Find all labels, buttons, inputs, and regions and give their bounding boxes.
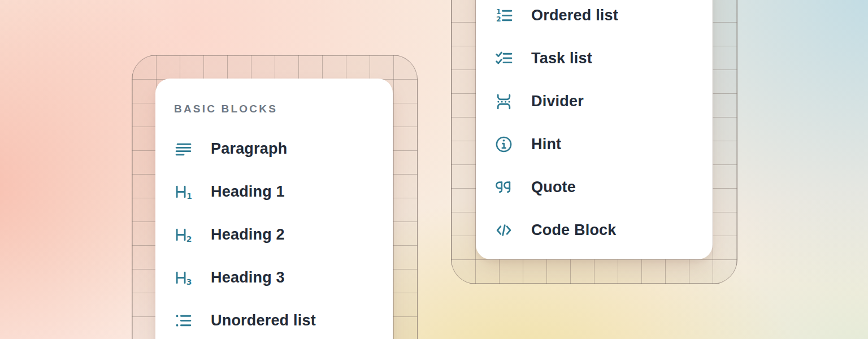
svg-text:3: 3 xyxy=(186,277,192,286)
menu-item-code-block[interactable]: Code Block xyxy=(476,208,713,251)
section-header-basic-blocks: BASIC BLOCKS xyxy=(174,102,393,116)
divider-icon xyxy=(494,92,513,111)
editor-block-menu-illustration: BASIC BLOCKS Paragraph 1 xyxy=(0,0,868,339)
menu-item-heading-1[interactable]: 1 Heading 1 xyxy=(155,170,393,213)
svg-text:1: 1 xyxy=(186,191,192,200)
menu-item-label: Task list xyxy=(531,50,592,67)
menu-item-heading-3[interactable]: 3 Heading 3 xyxy=(155,256,393,299)
menu-item-task-list[interactable]: Task list xyxy=(476,37,713,80)
menu-item-label: Code Block xyxy=(531,221,617,239)
menu-item-label: Ordered list xyxy=(531,7,618,24)
more-blocks-menu-list: 1 2 Ordered list xyxy=(476,0,713,251)
menu-item-label: Heading 2 xyxy=(211,226,285,244)
menu-item-label: Unordered list xyxy=(211,312,316,329)
heading-3-icon: 3 xyxy=(173,268,193,287)
menu-item-divider[interactable]: Divider xyxy=(476,80,713,123)
heading-1-icon: 1 xyxy=(173,182,193,201)
menu-item-heading-2[interactable]: 2 Heading 2 xyxy=(155,213,393,256)
basic-blocks-menu-list: Paragraph 1 Heading 1 2 xyxy=(155,127,393,339)
menu-item-paragraph[interactable]: Paragraph xyxy=(155,127,393,170)
more-blocks-menu-panel: 1 2 Ordered list xyxy=(476,0,713,259)
svg-text:2: 2 xyxy=(496,15,501,23)
svg-text:2: 2 xyxy=(186,234,192,243)
heading-2-icon: 2 xyxy=(173,225,193,244)
paragraph-icon xyxy=(173,139,193,158)
unordered-list-icon xyxy=(173,311,193,330)
ordered-list-icon: 1 2 xyxy=(494,6,513,25)
menu-item-unordered-list[interactable]: Unordered list xyxy=(155,299,393,339)
hint-icon xyxy=(494,134,513,154)
menu-item-label: Paragraph xyxy=(211,140,287,158)
task-list-icon xyxy=(494,49,513,68)
menu-item-ordered-list[interactable]: 1 2 Ordered list xyxy=(476,0,713,37)
menu-item-label: Divider xyxy=(531,93,584,110)
menu-item-quote[interactable]: Quote xyxy=(476,166,713,208)
menu-item-label: Heading 1 xyxy=(211,183,285,201)
quote-icon xyxy=(494,177,513,197)
svg-text:1: 1 xyxy=(496,7,501,15)
basic-blocks-menu-panel: BASIC BLOCKS Paragraph 1 xyxy=(155,79,393,339)
menu-item-hint[interactable]: Hint xyxy=(476,123,713,166)
menu-item-label: Heading 3 xyxy=(211,269,285,286)
menu-item-label: Quote xyxy=(531,179,576,196)
gradient-background xyxy=(0,0,868,339)
menu-item-label: Hint xyxy=(531,136,561,153)
code-block-icon xyxy=(494,220,513,240)
